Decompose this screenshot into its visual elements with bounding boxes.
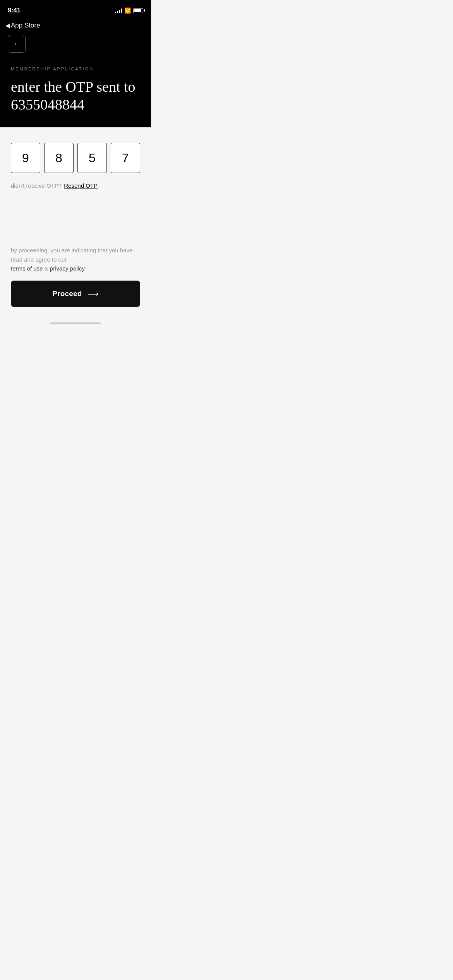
bottom-section: by proceeding, you are indicating that y… <box>0 246 151 319</box>
status-time: 9:41 <box>8 7 21 14</box>
header-title-line1: enter the OTP sent to <box>11 79 136 95</box>
header-content: MEMBERSHIP APPLICATION enter the OTP sen… <box>0 60 151 113</box>
status-bar: 9:41 ◀ App Store 🛜 <box>0 0 151 19</box>
otp-row: 9 8 5 7 <box>11 143 140 173</box>
proceed-label: Proceed <box>52 290 82 298</box>
section-label: MEMBERSHIP APPLICATION <box>11 67 140 71</box>
home-bar <box>50 322 101 324</box>
terms-text-prefix: by proceeding, you are indicating that y… <box>11 247 132 262</box>
otp-digit-4[interactable]: 7 <box>111 143 140 173</box>
header-section: ← MEMBERSHIP APPLICATION enter the OTP s… <box>0 19 151 127</box>
terms-text: by proceeding, you are indicating that y… <box>11 246 140 273</box>
header-title-line2: 6355048844 <box>11 96 84 113</box>
main-spacer <box>11 201 140 246</box>
back-button[interactable]: ← <box>8 35 26 53</box>
privacy-policy-link[interactable]: privacy policy <box>50 265 85 272</box>
otp-digit-1[interactable]: 9 <box>11 143 40 173</box>
proceed-button[interactable]: Proceed ⟶ <box>11 281 140 307</box>
wifi-icon: 🛜 <box>124 8 131 13</box>
proceed-arrow-icon: ⟶ <box>88 289 99 298</box>
status-icons: 🛜 <box>115 8 143 13</box>
back-arrow-icon: ← <box>13 40 20 47</box>
main-section: 9 8 5 7 didn't receive OTP? Resend OTP <box>0 127 151 246</box>
home-indicator <box>0 319 151 327</box>
resend-label: didn't receive OTP? <box>11 182 62 189</box>
page-wrapper: 9:41 ◀ App Store 🛜 ← MEMBERS <box>0 0 151 327</box>
app-store-back[interactable]: ◀ App Store <box>5 22 40 29</box>
resend-row: didn't receive OTP? Resend OTP <box>11 182 140 189</box>
terms-of-use-link[interactable]: terms of use <box>11 265 43 272</box>
header-title: enter the OTP sent to 6355048844 <box>11 78 140 113</box>
app-store-label: App Store <box>11 22 40 29</box>
ampersand: & <box>45 265 48 272</box>
chevron-left-icon: ◀ <box>5 22 10 29</box>
otp-digit-3[interactable]: 5 <box>77 143 107 173</box>
content-area: 9 8 5 7 didn't receive OTP? Resend OTP b… <box>0 127 151 327</box>
nav-bar: ← <box>0 31 151 60</box>
otp-digit-2[interactable]: 8 <box>44 143 74 173</box>
signal-icon <box>115 8 122 13</box>
battery-icon <box>133 8 143 13</box>
resend-otp-link[interactable]: Resend OTP <box>64 182 98 189</box>
